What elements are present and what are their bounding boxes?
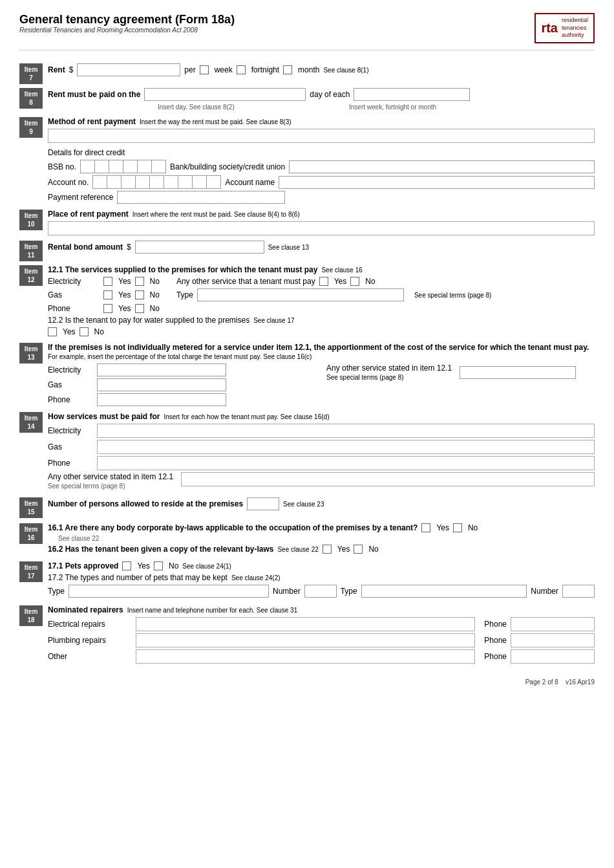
electricity-input-13[interactable]	[97, 363, 226, 376]
persons-count-input[interactable]	[247, 497, 279, 510]
plumbing-name-input[interactable]	[136, 633, 475, 647]
gas-input-14[interactable]	[97, 440, 595, 454]
pets-yes-checkbox[interactable]	[122, 561, 131, 570]
type-input-17a[interactable]	[69, 585, 269, 598]
item-11-section: Item 11 Rental bond amount $ See clause …	[19, 241, 595, 261]
form-title: General tenancy agreement (Form 18a)	[19, 13, 235, 27]
payment-ref-row: Payment reference	[48, 191, 595, 204]
number-input-17a[interactable]	[304, 585, 337, 598]
account-name-input[interactable]	[279, 176, 595, 189]
rent-paid-day-input[interactable]	[144, 88, 306, 101]
type-input-12[interactable]	[197, 288, 404, 301]
phone-plumb-input[interactable]	[511, 633, 595, 647]
method-payment-input[interactable]	[48, 129, 595, 143]
copy-no-checkbox[interactable]	[354, 545, 363, 554]
phone-other-input[interactable]	[511, 649, 595, 664]
item-14-section: Item 14 How services must be paid for In…	[19, 412, 595, 492]
other-input-13[interactable]	[460, 366, 576, 379]
other-service-no-checkbox[interactable]	[350, 277, 359, 286]
phone-input-13[interactable]	[97, 393, 226, 406]
number-input-17b[interactable]	[562, 585, 595, 598]
method-payment-label: Method of rent payment	[48, 117, 136, 126]
copy-no-label: No	[368, 545, 378, 554]
page-footer: Page 2 of 8 v16 Apr19	[19, 678, 595, 686]
plumbing-label-18: Plumbing repairs	[48, 636, 132, 645]
acc-cell-1[interactable]	[93, 176, 107, 189]
electricity-input-14[interactable]	[97, 424, 595, 438]
other-label-18: Other	[48, 652, 132, 661]
bylaws-no-checkbox[interactable]	[453, 523, 462, 532]
electricity-no-checkbox[interactable]	[135, 277, 144, 286]
gas-input-13[interactable]	[97, 378, 226, 391]
acc-cell-9[interactable]	[207, 176, 221, 189]
persons-label: Number of persons allowed to reside at t…	[48, 499, 243, 508]
item-14-badge: Item 14	[19, 412, 43, 433]
see-clause-22b: See clause 22	[277, 546, 318, 553]
bsb-cell-4[interactable]	[123, 160, 138, 173]
rent-paid-period-input[interactable]	[354, 88, 470, 101]
insert-period-hint: Insert week, fortnight or month	[349, 103, 436, 111]
bylaws-yes-checkbox[interactable]	[421, 523, 430, 532]
water-yes-checkbox[interactable]	[48, 327, 57, 336]
see-clause-13: See clause 13	[268, 244, 309, 251]
item-9-badge: Item 9	[19, 117, 43, 138]
rent-amount-input[interactable]	[77, 63, 180, 76]
repairers-desc: Insert name and telephone number for eac…	[127, 607, 298, 614]
fortnight-checkbox[interactable]	[237, 65, 246, 74]
item-12-2-row: 12.2 Is the tenant to pay for water supp…	[48, 316, 595, 325]
water-no-checkbox[interactable]	[79, 327, 89, 336]
bsb-cell-5[interactable]	[138, 160, 152, 173]
account-no-grid	[92, 175, 221, 189]
bank-name-input[interactable]	[289, 160, 595, 173]
dollar-sign: $	[69, 65, 74, 74]
phone-input-14[interactable]	[97, 456, 595, 470]
place-payment-input[interactable]	[48, 221, 595, 235]
pets-no-checkbox[interactable]	[154, 561, 163, 570]
acc-cell-6[interactable]	[164, 176, 178, 189]
bylaws-label: 16.1 Are there any body corporate by-law…	[48, 523, 418, 532]
see-clause-24-1: See clause 24(1)	[182, 563, 231, 570]
how-services-label: How services must be paid for	[48, 412, 160, 421]
item-11-content: Rental bond amount $ See clause 13	[48, 241, 595, 256]
electrical-name-input[interactable]	[136, 617, 475, 631]
version-number: v16 Apr19	[566, 678, 595, 686]
bsb-cell-6[interactable]	[152, 160, 166, 173]
other-service-yes-checkbox[interactable]	[319, 277, 328, 286]
acc-cell-7[interactable]	[178, 176, 193, 189]
type-label-17a: Type	[48, 587, 65, 596]
see-special-14: See special terms (page 8)	[48, 483, 125, 490]
week-checkbox[interactable]	[200, 65, 209, 74]
bsb-cell-1[interactable]	[81, 160, 95, 173]
acc-cell-4[interactable]	[136, 176, 150, 189]
month-checkbox[interactable]	[283, 65, 292, 74]
acc-cell-5[interactable]	[150, 176, 164, 189]
gas-no-checkbox[interactable]	[135, 290, 144, 299]
direct-credit-label: Details for direct credit	[48, 148, 595, 157]
payment-ref-input[interactable]	[117, 191, 285, 204]
other-input-14[interactable]	[181, 472, 595, 486]
bsb-cell-3[interactable]	[109, 160, 123, 173]
phone-elec-input[interactable]	[511, 617, 595, 631]
other-row-14: Any other service stated in item 12.1 Se…	[48, 472, 595, 490]
rental-bond-input[interactable]	[135, 241, 264, 254]
electricity-yes-checkbox[interactable]	[103, 277, 112, 286]
phone-yes-checkbox[interactable]	[103, 304, 112, 313]
acc-cell-3[interactable]	[122, 176, 136, 189]
bsb-cell-2[interactable]	[95, 160, 109, 173]
other-service-yes-label: Yes	[334, 277, 347, 286]
item-12-section: Item 12 12.1 The services supplied to th…	[19, 265, 595, 339]
copy-yes-checkbox[interactable]	[323, 545, 332, 554]
other-name-input[interactable]	[136, 649, 475, 664]
plumbing-row-18: Plumbing repairs Phone	[48, 633, 595, 647]
gas-label-13: Gas	[48, 380, 93, 389]
phone-no-checkbox[interactable]	[135, 304, 144, 313]
gas-label-12: Gas	[48, 290, 100, 299]
item-18-section: Item 18 Nominated repairers Insert name …	[19, 605, 595, 666]
acc-cell-2[interactable]	[107, 176, 122, 189]
acc-cell-8[interactable]	[193, 176, 207, 189]
gas-yes-checkbox[interactable]	[103, 290, 112, 299]
item-16-content: 16.1 Are there any body corporate by-law…	[48, 523, 595, 556]
phone-yes-label: Yes	[118, 304, 131, 313]
type-input-17b[interactable]	[361, 585, 527, 598]
phone-label-other: Phone	[484, 652, 507, 661]
